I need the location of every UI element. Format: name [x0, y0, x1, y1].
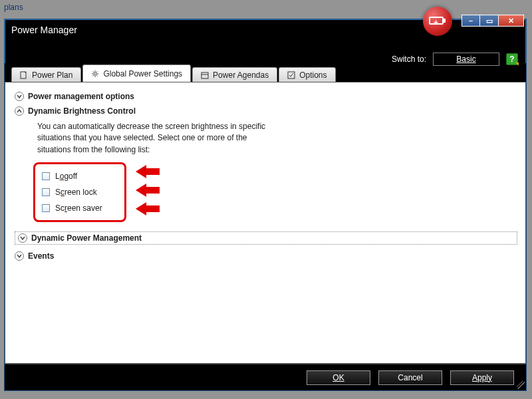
section-dynamic-brightness[interactable]: Dynamic Brightness Control [15, 104, 517, 118]
ok-button[interactable]: OK [307, 370, 370, 385]
window-minimize-button[interactable]: – [462, 15, 480, 27]
dbc-checkbox-group: Logoff Screen lock Screen saver [33, 162, 126, 222]
chevron-up-icon [15, 106, 24, 116]
help-icon[interactable]: ? [506, 53, 518, 65]
section-dynamic-brightness-body: You can automatically decrease the scree… [37, 121, 277, 222]
power-manager-window: Power Manager Switch to: Basic ? Power P… [4, 19, 527, 391]
section-title: Events [28, 251, 54, 261]
cancel-button[interactable]: Cancel [378, 370, 442, 385]
checkbox-icon [287, 71, 295, 79]
checkbox-label: Screen lock [55, 188, 97, 197]
content-pane: Power management options Dynamic Brightn… [5, 82, 526, 364]
tab-global-power-settings[interactable]: Global Power Settings [82, 65, 191, 82]
checkbox-screen-saver[interactable]: Screen saver [41, 200, 119, 216]
checkbox-logoff[interactable]: Logoff [41, 168, 119, 184]
switch-basic-button[interactable]: Basic [433, 53, 499, 66]
tab-bar: Power Plan Global Power Settings Power A… [5, 63, 526, 82]
svg-rect-2 [201, 72, 208, 78]
document-icon [20, 71, 28, 79]
tab-label: Power Agendas [213, 70, 269, 80]
section-title: Power management options [28, 92, 134, 101]
chevron-down-icon [15, 92, 24, 101]
section-dynamic-power-management[interactable]: Dynamic Power Management [15, 231, 517, 245]
checkbox-icon [42, 188, 50, 196]
apply-button[interactable]: Apply [450, 370, 514, 385]
section-title: Dynamic Brightness Control [28, 106, 136, 116]
switch-to-label: Switch to: [392, 55, 426, 64]
section-events[interactable]: Events [15, 249, 517, 263]
tab-label: Global Power Settings [103, 69, 182, 78]
window-title: Power Manager [11, 25, 77, 35]
checkbox-label: Screen saver [55, 203, 102, 213]
svg-point-1 [94, 72, 96, 75]
tab-options[interactable]: Options [279, 67, 335, 82]
battery-status-icon: + [419, 7, 456, 36]
window-close-button[interactable]: ✕ [499, 15, 524, 27]
section-power-management-options[interactable]: Power management options [15, 89, 517, 104]
window-maximize-button[interactable]: ▭ [480, 15, 499, 27]
resize-grip-icon[interactable] [517, 381, 525, 389]
annotation-arrow-icon [137, 184, 168, 197]
checkbox-screen-lock[interactable]: Screen lock [41, 184, 119, 200]
checkbox-icon [42, 172, 50, 180]
window-controls: – ▭ ✕ [462, 15, 524, 27]
checkbox-label: Logoff [55, 172, 77, 181]
chevron-down-icon [18, 233, 27, 243]
tab-power-agendas[interactable]: Power Agendas [192, 67, 277, 82]
tab-power-plan[interactable]: Power Plan [11, 67, 81, 82]
dialog-footer: OK Cancel Apply [5, 364, 526, 390]
dbc-description: You can automatically decrease the scree… [37, 121, 277, 156]
tab-label: Options [299, 70, 327, 80]
tab-label: Power Plan [32, 70, 72, 80]
section-title: Dynamic Power Management [31, 233, 142, 243]
annotation-arrow-icon [137, 165, 168, 178]
gear-icon [91, 70, 99, 78]
switch-to-row: Switch to: Basic ? [392, 53, 518, 66]
calendar-icon [201, 71, 209, 79]
checkbox-icon [42, 204, 50, 212]
annotation-arrow-icon [137, 202, 168, 215]
chevron-down-icon [15, 251, 24, 261]
